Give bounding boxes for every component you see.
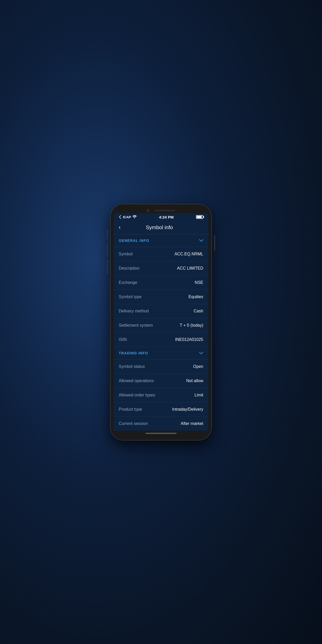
label-isin: ISIN [119,337,127,342]
general-info-section-header[interactable]: GENERAL INFO [114,234,208,247]
label-symbol-type: Symbol type [119,295,142,299]
general-info-title: GENERAL INFO [119,239,149,243]
row-delivery-method: Delivery method Cash [114,304,208,318]
back-button[interactable]: ‹ [119,225,123,230]
status-bar: ICAP 4:24 PM [114,213,208,221]
camera [147,209,149,212]
label-current-session: Current session [119,421,148,426]
row-settlement-system: Settlement system T + 0 (today) [114,318,208,333]
value-settlement-system: T + 0 (today) [180,323,203,328]
volume-down-button [107,260,108,274]
row-allowed-operations: Allowed operations Not allow [114,374,208,388]
content-area: GENERAL INFO Symbol ACC.EQ.NRML Descript… [114,234,208,431]
value-allowed-order-types: Limit [194,393,203,397]
row-isin: ISIN INE012A01025 [114,333,208,347]
silent-button [107,230,108,239]
value-exchange: NSE [195,280,203,285]
row-symbol-status: Symbol status Open [114,360,208,374]
row-current-session: Current session After market [114,417,208,431]
status-right [196,215,203,219]
label-symbol: Symbol [119,252,132,256]
home-bar-area [114,431,208,437]
value-description: ACC LIMITED [177,266,203,271]
battery-icon [196,215,203,219]
app-header: ‹ Symbol info [114,221,208,234]
value-symbol: ACC.EQ.NRML [174,252,203,256]
value-isin: INE012A01025 [175,337,203,342]
trading-info-chevron-icon [199,351,203,355]
row-exchange: Exchange NSE [114,276,208,290]
row-symbol: Symbol ACC.EQ.NRML [114,247,208,261]
label-exchange: Exchange [119,280,137,285]
label-allowed-order-types: Allowed order types [119,393,155,397]
label-product-type: Product type [119,407,142,412]
wifi-icon [132,215,137,219]
speaker [155,210,175,211]
phone-screen: ICAP 4:24 PM ‹ Symbol info [114,207,208,437]
label-symbol-status: Symbol status [119,364,145,369]
trading-info-section-header[interactable]: TRADING INFO [114,347,208,360]
value-product-type: Intraday/Delivery [172,407,203,412]
value-current-session: After market [181,421,203,426]
phone-frame: ICAP 4:24 PM ‹ Symbol info [110,204,212,440]
row-product-type: Product type Intraday/Delivery [114,402,208,417]
status-time: 4:24 PM [159,215,174,219]
label-description: Description [119,266,139,271]
power-button [214,235,215,251]
row-description: Description ACC LIMITED [114,261,208,276]
notch [114,207,208,213]
label-allowed-operations: Allowed operations [119,379,154,383]
battery-fill [197,216,202,218]
value-allowed-operations: Not allow [186,379,203,383]
carrier-back-icon [119,215,121,219]
row-allowed-order-types: Allowed order types Limit [114,388,208,402]
row-symbol-type: Symbol type Equities [114,290,208,304]
general-info-chevron-icon [199,239,203,243]
page-title: Symbol info [123,225,203,230]
label-delivery-method: Delivery method [119,309,149,313]
home-bar [145,433,177,434]
value-symbol-status: Open [193,364,203,369]
carrier-label: ICAP [123,215,131,219]
value-delivery-method: Cash [194,309,203,313]
volume-up-button [107,243,108,257]
label-settlement-system: Settlement system [119,323,153,328]
status-left: ICAP [119,215,137,219]
trading-info-title: TRADING INFO [119,351,148,355]
value-symbol-type: Equities [188,295,203,299]
